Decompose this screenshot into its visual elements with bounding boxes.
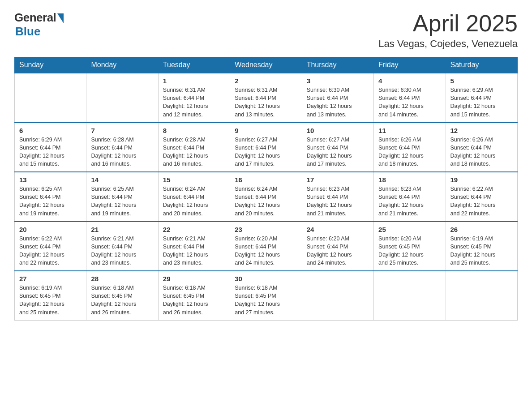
day-number-5: 5	[450, 77, 513, 85]
day-number-11: 11	[378, 127, 441, 134]
week-row-5: 27Sunrise: 6:19 AM Sunset: 6:45 PM Dayli…	[15, 271, 518, 320]
logo-general-text: General	[14, 11, 56, 25]
day-number-1: 1	[163, 77, 225, 85]
day-cell-26: 26Sunrise: 6:19 AM Sunset: 6:45 PM Dayli…	[446, 222, 517, 271]
day-info-20: Sunrise: 6:22 AM Sunset: 6:44 PM Dayligh…	[19, 235, 82, 267]
header-tuesday: Tuesday	[158, 57, 230, 73]
day-number-3: 3	[307, 77, 369, 85]
day-number-7: 7	[91, 127, 153, 134]
day-cell-30: 30Sunrise: 6:18 AM Sunset: 6:45 PM Dayli…	[230, 271, 302, 320]
calendar-table: SundayMondayTuesdayWednesdayThursdayFrid…	[14, 57, 518, 321]
day-number-21: 21	[91, 226, 153, 233]
day-cell-1: 1Sunrise: 6:31 AM Sunset: 6:44 PM Daylig…	[158, 73, 230, 123]
day-number-18: 18	[378, 176, 441, 184]
day-number-4: 4	[378, 77, 441, 85]
day-info-28: Sunrise: 6:18 AM Sunset: 6:45 PM Dayligh…	[91, 284, 153, 317]
day-cell-27: 27Sunrise: 6:19 AM Sunset: 6:45 PM Dayli…	[15, 271, 86, 320]
day-cell-6: 6Sunrise: 6:29 AM Sunset: 6:44 PM Daylig…	[15, 123, 86, 172]
day-info-14: Sunrise: 6:25 AM Sunset: 6:44 PM Dayligh…	[91, 185, 153, 218]
day-info-9: Sunrise: 6:27 AM Sunset: 6:44 PM Dayligh…	[235, 136, 297, 168]
day-number-2: 2	[235, 77, 297, 85]
title-section: April 2025 Las Vegas, Cojedes, Venezuela	[378, 11, 518, 50]
day-number-12: 12	[450, 127, 513, 134]
day-info-7: Sunrise: 6:28 AM Sunset: 6:44 PM Dayligh…	[91, 136, 153, 168]
day-cell-29: 29Sunrise: 6:18 AM Sunset: 6:45 PM Dayli…	[158, 271, 230, 320]
day-info-19: Sunrise: 6:22 AM Sunset: 6:44 PM Dayligh…	[450, 185, 513, 218]
day-number-23: 23	[235, 226, 297, 233]
empty-cell	[15, 73, 86, 123]
day-cell-2: 2Sunrise: 6:31 AM Sunset: 6:44 PM Daylig…	[230, 73, 302, 123]
day-info-4: Sunrise: 6:30 AM Sunset: 6:44 PM Dayligh…	[378, 86, 441, 119]
day-info-21: Sunrise: 6:21 AM Sunset: 6:44 PM Dayligh…	[91, 235, 153, 267]
day-cell-18: 18Sunrise: 6:23 AM Sunset: 6:44 PM Dayli…	[374, 172, 446, 222]
day-cell-19: 19Sunrise: 6:22 AM Sunset: 6:44 PM Dayli…	[446, 172, 517, 222]
calendar-header-row: SundayMondayTuesdayWednesdayThursdayFrid…	[15, 57, 518, 73]
day-number-10: 10	[307, 127, 369, 134]
day-cell-22: 22Sunrise: 6:21 AM Sunset: 6:44 PM Dayli…	[158, 222, 230, 271]
day-cell-9: 9Sunrise: 6:27 AM Sunset: 6:44 PM Daylig…	[230, 123, 302, 172]
day-info-5: Sunrise: 6:29 AM Sunset: 6:44 PM Dayligh…	[450, 86, 513, 119]
day-info-15: Sunrise: 6:24 AM Sunset: 6:44 PM Dayligh…	[163, 185, 225, 218]
day-info-17: Sunrise: 6:23 AM Sunset: 6:44 PM Dayligh…	[307, 185, 369, 218]
day-info-6: Sunrise: 6:29 AM Sunset: 6:44 PM Dayligh…	[19, 136, 82, 168]
day-number-27: 27	[19, 275, 82, 283]
empty-cell	[86, 73, 158, 123]
week-row-2: 6Sunrise: 6:29 AM Sunset: 6:44 PM Daylig…	[15, 123, 518, 172]
day-number-22: 22	[163, 226, 225, 233]
day-cell-10: 10Sunrise: 6:27 AM Sunset: 6:44 PM Dayli…	[302, 123, 373, 172]
day-number-8: 8	[163, 127, 225, 134]
day-cell-13: 13Sunrise: 6:25 AM Sunset: 6:44 PM Dayli…	[15, 172, 86, 222]
day-info-25: Sunrise: 6:20 AM Sunset: 6:45 PM Dayligh…	[378, 235, 441, 267]
day-number-19: 19	[450, 176, 513, 184]
day-info-8: Sunrise: 6:28 AM Sunset: 6:44 PM Dayligh…	[163, 136, 225, 168]
header-monday: Monday	[86, 57, 158, 73]
header-thursday: Thursday	[302, 57, 373, 73]
day-cell-7: 7Sunrise: 6:28 AM Sunset: 6:44 PM Daylig…	[86, 123, 158, 172]
day-cell-11: 11Sunrise: 6:26 AM Sunset: 6:44 PM Dayli…	[374, 123, 446, 172]
day-cell-23: 23Sunrise: 6:20 AM Sunset: 6:44 PM Dayli…	[230, 222, 302, 271]
header-wednesday: Wednesday	[230, 57, 302, 73]
day-info-13: Sunrise: 6:25 AM Sunset: 6:44 PM Dayligh…	[19, 185, 82, 218]
day-cell-14: 14Sunrise: 6:25 AM Sunset: 6:44 PM Dayli…	[86, 172, 158, 222]
day-number-9: 9	[235, 127, 297, 134]
day-number-17: 17	[307, 176, 369, 184]
logo-triangle-icon	[57, 13, 64, 23]
day-info-2: Sunrise: 6:31 AM Sunset: 6:44 PM Dayligh…	[235, 86, 297, 119]
day-cell-4: 4Sunrise: 6:30 AM Sunset: 6:44 PM Daylig…	[374, 73, 446, 123]
day-info-12: Sunrise: 6:26 AM Sunset: 6:44 PM Dayligh…	[450, 136, 513, 168]
day-info-27: Sunrise: 6:19 AM Sunset: 6:45 PM Dayligh…	[19, 284, 82, 317]
day-cell-25: 25Sunrise: 6:20 AM Sunset: 6:45 PM Dayli…	[374, 222, 446, 271]
day-number-16: 16	[235, 176, 297, 184]
header-sunday: Sunday	[15, 57, 86, 73]
day-info-30: Sunrise: 6:18 AM Sunset: 6:45 PM Dayligh…	[235, 284, 297, 317]
day-info-16: Sunrise: 6:24 AM Sunset: 6:44 PM Dayligh…	[235, 185, 297, 218]
day-info-24: Sunrise: 6:20 AM Sunset: 6:44 PM Dayligh…	[307, 235, 369, 267]
page-header: General Blue April 2025 Las Vegas, Cojed…	[14, 11, 518, 50]
day-cell-16: 16Sunrise: 6:24 AM Sunset: 6:44 PM Dayli…	[230, 172, 302, 222]
empty-cell	[374, 271, 446, 320]
day-number-30: 30	[235, 275, 297, 283]
day-info-11: Sunrise: 6:26 AM Sunset: 6:44 PM Dayligh…	[378, 136, 441, 168]
location-title: Las Vegas, Cojedes, Venezuela	[378, 38, 518, 50]
day-number-6: 6	[19, 127, 82, 134]
day-cell-17: 17Sunrise: 6:23 AM Sunset: 6:44 PM Dayli…	[302, 172, 373, 222]
week-row-3: 13Sunrise: 6:25 AM Sunset: 6:44 PM Dayli…	[15, 172, 518, 222]
day-number-25: 25	[378, 226, 441, 233]
day-number-15: 15	[163, 176, 225, 184]
day-info-26: Sunrise: 6:19 AM Sunset: 6:45 PM Dayligh…	[450, 235, 513, 267]
day-number-14: 14	[91, 176, 153, 184]
week-row-4: 20Sunrise: 6:22 AM Sunset: 6:44 PM Dayli…	[15, 222, 518, 271]
logo: General Blue	[14, 11, 64, 39]
day-cell-24: 24Sunrise: 6:20 AM Sunset: 6:44 PM Dayli…	[302, 222, 373, 271]
day-cell-15: 15Sunrise: 6:24 AM Sunset: 6:44 PM Dayli…	[158, 172, 230, 222]
day-cell-12: 12Sunrise: 6:26 AM Sunset: 6:44 PM Dayli…	[446, 123, 517, 172]
day-cell-3: 3Sunrise: 6:30 AM Sunset: 6:44 PM Daylig…	[302, 73, 373, 123]
day-info-29: Sunrise: 6:18 AM Sunset: 6:45 PM Dayligh…	[163, 284, 225, 317]
day-info-1: Sunrise: 6:31 AM Sunset: 6:44 PM Dayligh…	[163, 86, 225, 119]
empty-cell	[302, 271, 373, 320]
day-number-13: 13	[19, 176, 82, 184]
day-cell-20: 20Sunrise: 6:22 AM Sunset: 6:44 PM Dayli…	[15, 222, 86, 271]
day-cell-5: 5Sunrise: 6:29 AM Sunset: 6:44 PM Daylig…	[446, 73, 517, 123]
month-title: April 2025	[378, 11, 518, 36]
day-cell-21: 21Sunrise: 6:21 AM Sunset: 6:44 PM Dayli…	[86, 222, 158, 271]
